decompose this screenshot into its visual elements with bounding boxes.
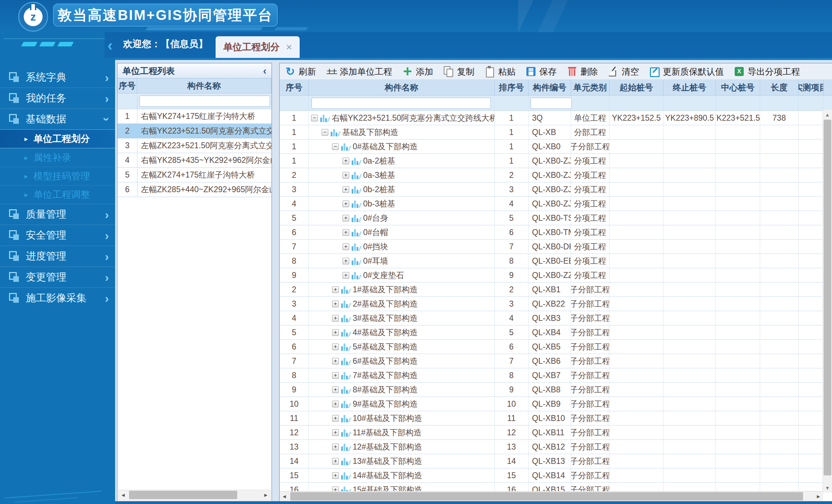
unit-project-row[interactable]: 6左幅ZK285+440~ZK292+965阿尔金山特长隧道 bbox=[118, 182, 271, 197]
scroll-up-icon[interactable] bbox=[823, 111, 832, 119]
scroll-left-icon[interactable] bbox=[119, 490, 128, 500]
expander-plus-icon[interactable] bbox=[343, 158, 349, 164]
expander-plus-icon[interactable] bbox=[343, 201, 349, 207]
expander-plus-icon[interactable] bbox=[332, 458, 339, 465]
sidebar-item[interactable]: 施工影像采集› bbox=[0, 287, 115, 308]
table-row[interactable]: 65#基础及下部构造6QL-XB5子分部工程 bbox=[280, 340, 832, 354]
expander-plus-icon[interactable] bbox=[332, 472, 339, 479]
unit-project-row[interactable]: 3左幅ZK223+521.50阿克塞分离式立交跨线大桥 bbox=[118, 138, 271, 153]
expander-plus-icon[interactable] bbox=[343, 243, 349, 250]
column-header[interactable]: 终止桩号 bbox=[664, 80, 716, 95]
list-horizontal-scrollbar[interactable] bbox=[118, 490, 271, 501]
column-header[interactable]: 单元类别 bbox=[571, 80, 609, 95]
grid-vertical-scrollbar[interactable] bbox=[823, 110, 832, 493]
table-row[interactable]: 1右幅YK223+521.50阿克塞分离式立交跨线大桥13Q单位工程YK223+… bbox=[280, 111, 832, 125]
table-row[interactable]: 32#基础及下部构造3QL-XB22子分部工程 bbox=[280, 297, 832, 311]
tab-unit-project-division[interactable]: 单位工程划分 bbox=[216, 36, 300, 58]
column-header[interactable]: 中心桩号 bbox=[716, 80, 760, 95]
sidebar-subitem[interactable]: ▸单位工程划分 bbox=[0, 129, 115, 148]
copy-button[interactable]: 复制 bbox=[443, 66, 474, 77]
table-row[interactable]: 90#支座垫石9QL-XB0-ZZDS0分项工程 bbox=[280, 268, 832, 283]
column-header[interactable]: 序号 bbox=[118, 78, 137, 93]
column-header[interactable]: 实测项目 bbox=[799, 80, 824, 95]
expander-plus-icon[interactable] bbox=[332, 286, 339, 293]
delete-button[interactable]: 删除 bbox=[567, 66, 598, 77]
scroll-right-icon[interactable] bbox=[261, 490, 270, 500]
expander-plus-icon[interactable] bbox=[332, 386, 339, 393]
table-row[interactable]: 20a-3桩基2QL-XB0-ZJ1分项工程 bbox=[280, 168, 832, 182]
expander-plus-icon[interactable] bbox=[332, 344, 339, 350]
expander-minus-icon[interactable] bbox=[332, 143, 339, 150]
table-row[interactable]: 54#基础及下部构造5QL-XB4子分部工程 bbox=[280, 325, 832, 340]
sidebar-item[interactable]: 基础数据› bbox=[0, 108, 115, 129]
expander-plus-icon[interactable] bbox=[332, 358, 339, 364]
expander-plus-icon[interactable] bbox=[343, 272, 349, 279]
refresh-button[interactable]: 刷新 bbox=[285, 66, 316, 77]
add-unit-project-button[interactable]: 添加单位工程 bbox=[326, 66, 392, 77]
table-row[interactable]: 1211#基础及下部构造12QL-XB11子分部工程 bbox=[280, 426, 832, 440]
expander-plus-icon[interactable] bbox=[343, 186, 349, 193]
tabs-scroll-left-icon[interactable]: ‹ bbox=[107, 34, 113, 57]
save-button[interactable]: 保存 bbox=[525, 66, 557, 77]
plus-button[interactable]: 添加 bbox=[402, 66, 433, 77]
name-filter-input[interactable] bbox=[312, 98, 491, 109]
close-icon[interactable] bbox=[286, 42, 292, 52]
sidebar-item[interactable]: 进度管理› bbox=[0, 246, 115, 266]
paste-button[interactable]: 粘贴 bbox=[484, 66, 516, 77]
expander-minus-icon[interactable] bbox=[322, 129, 328, 136]
table-row[interactable]: 80#耳墙8QL-XB0-EBQ0分项工程 bbox=[280, 254, 832, 268]
scroll-down-icon[interactable] bbox=[823, 484, 832, 492]
scroll-right-icon[interactable] bbox=[814, 491, 823, 501]
expander-plus-icon[interactable] bbox=[332, 429, 339, 436]
table-row[interactable]: 76#基础及下部构造7QL-XB6子分部工程 bbox=[280, 354, 832, 368]
sidebar-item[interactable]: 安全管理› bbox=[0, 225, 115, 246]
expander-plus-icon[interactable] bbox=[332, 401, 339, 407]
column-header[interactable]: 长度 bbox=[760, 80, 799, 95]
table-row[interactable]: 1312#基础及下部构造13QL-XB12子分部工程 bbox=[280, 440, 832, 454]
expander-plus-icon[interactable] bbox=[332, 329, 339, 336]
scroll-left-icon[interactable] bbox=[280, 491, 289, 501]
expander-plus-icon[interactable] bbox=[332, 372, 339, 379]
code-filter-input[interactable] bbox=[531, 98, 572, 109]
table-row[interactable]: 10#基础及下部构造1QL-XB0子分部工程 bbox=[280, 140, 832, 154]
table-row[interactable]: 1413#基础及下部构造14QL-XB13子分部工程 bbox=[280, 454, 832, 468]
table-row[interactable]: 109#基础及下部构造10QL-XB9子分部工程 bbox=[280, 397, 832, 411]
table-row[interactable]: 50#台身5QL-XB0-TS0分项工程 bbox=[280, 211, 832, 225]
unit-project-row[interactable]: 1右幅YK274+175红崖子沟特大桥 bbox=[118, 109, 271, 124]
column-header[interactable]: 排序号 bbox=[495, 80, 529, 95]
expander-plus-icon[interactable] bbox=[332, 301, 339, 307]
table-row[interactable]: 1基础及下部构造1QL-XB分部工程 bbox=[280, 125, 832, 140]
sidebar-subitem[interactable]: ▸属性补录 bbox=[0, 148, 115, 167]
column-header[interactable]: 序号 bbox=[280, 80, 309, 95]
table-row[interactable]: 43#基础及下部构造4QL-XB3子分部工程 bbox=[280, 311, 832, 325]
export-subitem-button[interactable]: 导出分项工程 bbox=[734, 66, 800, 77]
expander-plus-icon[interactable] bbox=[332, 415, 339, 422]
update-warranty-default-button[interactable]: 更新质保默认值 bbox=[649, 66, 724, 77]
sidebar-item[interactable]: 变更管理› bbox=[0, 266, 115, 287]
clear-button[interactable]: 清空 bbox=[608, 66, 639, 77]
column-header[interactable]: 构件名称 bbox=[309, 80, 495, 95]
scrollbar-thumb[interactable] bbox=[290, 492, 803, 501]
expander-plus-icon[interactable] bbox=[343, 172, 349, 179]
table-row[interactable]: 21#基础及下部构造2QL-XB1子分部工程 bbox=[280, 283, 832, 297]
table-row[interactable]: 10a-2桩基1QL-XB0-ZJ0分项工程 bbox=[280, 154, 832, 168]
column-header[interactable]: 构件编号 bbox=[529, 80, 571, 95]
table-row[interactable]: 30b-2桩基3QL-XB0-ZJ2分项工程 bbox=[280, 182, 832, 197]
sidebar-item[interactable]: 系统字典› bbox=[0, 67, 115, 88]
collapse-panel-icon[interactable] bbox=[263, 66, 271, 76]
sidebar-item[interactable]: 质量管理› bbox=[0, 204, 115, 225]
table-row[interactable]: 87#基础及下部构造8QL-XB7子分部工程 bbox=[280, 368, 832, 383]
column-header[interactable]: 构件名称 bbox=[137, 78, 271, 93]
scrollbar-thumb[interactable] bbox=[824, 120, 831, 475]
table-row[interactable]: 98#基础及下部构造9QL-XB8子分部工程 bbox=[280, 383, 832, 397]
table-row[interactable]: 60#台帽6QL-XB0-TM0分项工程 bbox=[280, 225, 832, 240]
sidebar-subitem[interactable]: ▸单位工程调整 bbox=[0, 185, 115, 204]
table-row[interactable]: 1110#基础及下部构造11QL-XB10子分部工程 bbox=[280, 411, 832, 426]
sidebar-item[interactable]: 我的任务› bbox=[0, 88, 115, 108]
expander-minus-icon[interactable] bbox=[311, 115, 318, 121]
unit-project-row[interactable]: 5左幅ZK274+175红崖子沟特大桥 bbox=[118, 168, 271, 182]
unit-project-row[interactable]: 2右幅YK223+521.50阿克塞分离式立交跨线大桥 bbox=[118, 124, 271, 138]
name-filter-input[interactable] bbox=[140, 96, 270, 107]
table-row[interactable]: 40b-3桩基4QL-XB0-ZJ3分项工程 bbox=[280, 197, 832, 211]
expander-plus-icon[interactable] bbox=[332, 444, 339, 450]
